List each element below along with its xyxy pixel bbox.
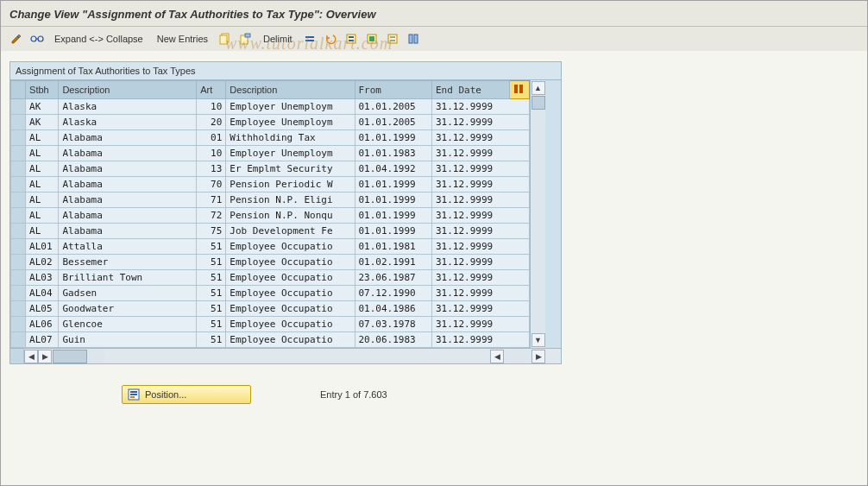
- cell-desc2[interactable]: Employee Unemploym: [226, 115, 355, 130]
- cell-from[interactable]: 07.12.1990: [355, 286, 432, 301]
- cell-from[interactable]: 01.01.1999: [355, 208, 432, 224]
- cell-art[interactable]: 01: [197, 130, 226, 146]
- expand-collapse-link[interactable]: Expand <-> Collapse: [49, 32, 148, 46]
- cell-art[interactable]: 51: [197, 270, 226, 286]
- row-selector[interactable]: [11, 115, 26, 130]
- row-selector[interactable]: [11, 224, 26, 239]
- hscroll-left-2-icon[interactable]: ◀: [490, 350, 504, 363]
- table-row[interactable]: AL04Gadsen51Employee Occupatio07.12.1990…: [11, 286, 530, 301]
- table-row[interactable]: AL03Brilliant Town51Employee Occupatio23…: [11, 270, 530, 286]
- cell-desc2[interactable]: Withholding Tax: [226, 130, 355, 146]
- cell-stbh[interactable]: AL07: [26, 332, 59, 348]
- cell-art[interactable]: 51: [197, 239, 226, 255]
- table-row[interactable]: ALAlabama01Withholding Tax01.01.199931.1…: [11, 130, 530, 146]
- cell-desc2[interactable]: Employee Occupatio: [226, 332, 355, 348]
- cell-end[interactable]: 31.12.9999: [432, 224, 530, 239]
- row-selector[interactable]: [11, 177, 26, 193]
- hscroll-right-1-icon[interactable]: ▶: [38, 350, 52, 363]
- cell-desc2[interactable]: Employer Unemploym: [226, 99, 355, 115]
- cell-from[interactable]: 01.01.1983: [355, 146, 432, 161]
- cell-from[interactable]: 01.02.1991: [355, 255, 432, 270]
- table-config-icon[interactable]: [509, 81, 530, 99]
- col-desc2[interactable]: Description: [226, 81, 355, 99]
- cell-art[interactable]: 75: [197, 224, 226, 239]
- col-stbh[interactable]: Stbh: [26, 81, 59, 99]
- cell-desc2[interactable]: Employee Occupatio: [226, 286, 355, 301]
- cell-desc1[interactable]: Alaska: [59, 99, 197, 115]
- cell-from[interactable]: 01.01.1999: [355, 224, 432, 239]
- cell-desc2[interactable]: Employee Occupatio: [226, 239, 355, 255]
- delimit-link[interactable]: Delimit: [258, 32, 298, 46]
- table-row[interactable]: AL07Guin51Employee Occupatio20.06.198331…: [11, 332, 530, 348]
- cell-stbh[interactable]: AL03: [26, 270, 59, 286]
- table-row[interactable]: AL02Bessemer51Employee Occupatio01.02.19…: [11, 255, 530, 270]
- cell-art[interactable]: 10: [197, 146, 226, 161]
- col-end[interactable]: End Date: [432, 81, 510, 99]
- cell-desc2[interactable]: Er Emplmt Security: [226, 161, 355, 177]
- cell-stbh[interactable]: AL05: [26, 301, 59, 317]
- cell-art[interactable]: 51: [197, 286, 226, 301]
- cell-end[interactable]: 31.12.9999: [432, 255, 530, 270]
- cell-desc1[interactable]: Alabama: [59, 161, 197, 177]
- cell-end[interactable]: 31.12.9999: [432, 99, 530, 115]
- cell-stbh[interactable]: AK: [26, 99, 59, 115]
- cell-from[interactable]: 01.04.1986: [355, 301, 432, 317]
- cell-from[interactable]: 07.03.1978: [355, 317, 432, 332]
- cell-desc1[interactable]: Alabama: [59, 130, 197, 146]
- cell-desc1[interactable]: Alabama: [59, 177, 197, 193]
- cell-from[interactable]: 01.04.1992: [355, 161, 432, 177]
- row-selector[interactable]: [11, 146, 26, 161]
- row-selector[interactable]: [11, 301, 26, 317]
- cell-desc1[interactable]: Glencoe: [59, 317, 197, 332]
- scroll-track[interactable]: [531, 96, 545, 332]
- table-row[interactable]: ALAlabama70Pension Periodic W01.01.19993…: [11, 177, 530, 193]
- scroll-down-icon[interactable]: ▼: [531, 333, 545, 347]
- hscroll-thumb-1[interactable]: [53, 350, 87, 363]
- row-selector[interactable]: [11, 317, 26, 332]
- cell-desc2[interactable]: Pension N.P. Nonqu: [226, 208, 355, 224]
- cell-desc1[interactable]: Attalla: [59, 239, 197, 255]
- cell-stbh[interactable]: AL: [26, 224, 59, 239]
- cell-stbh[interactable]: AL: [26, 161, 59, 177]
- hscroll-right-2-icon[interactable]: ▶: [531, 350, 545, 363]
- row-selector[interactable]: [11, 270, 26, 286]
- cell-end[interactable]: 31.12.9999: [432, 130, 530, 146]
- delete-row-icon[interactable]: [301, 30, 318, 47]
- field-copy-icon[interactable]: [237, 30, 255, 47]
- cell-desc2[interactable]: Employee Occupatio: [226, 255, 355, 270]
- cell-stbh[interactable]: AL04: [26, 286, 59, 301]
- table-row[interactable]: AKAlaska10Employer Unemploym01.01.200531…: [11, 99, 530, 115]
- row-selector[interactable]: [11, 332, 26, 348]
- cell-stbh[interactable]: AL: [26, 130, 59, 146]
- cell-art[interactable]: 10: [197, 99, 226, 115]
- cell-end[interactable]: 31.12.9999: [432, 301, 530, 317]
- cell-art[interactable]: 72: [197, 208, 226, 224]
- cell-desc2[interactable]: Employee Occupatio: [226, 317, 355, 332]
- table-row[interactable]: ALAlabama10Employer Unemploym01.01.19833…: [11, 146, 530, 161]
- cell-end[interactable]: 31.12.9999: [432, 177, 530, 193]
- cell-stbh[interactable]: AL: [26, 208, 59, 224]
- hscroll-left-1-icon[interactable]: ◀: [24, 350, 38, 363]
- cell-from[interactable]: 01.01.1999: [355, 177, 432, 193]
- table-row[interactable]: AL06Glencoe51Employee Occupatio07.03.197…: [11, 317, 530, 332]
- glasses-icon[interactable]: [28, 30, 46, 47]
- cell-desc1[interactable]: Alabama: [59, 208, 197, 224]
- cell-desc2[interactable]: Employee Occupatio: [226, 301, 355, 317]
- table-row[interactable]: ALAlabama75Job Development Fe01.01.19993…: [11, 224, 530, 239]
- col-art[interactable]: Art: [197, 81, 226, 99]
- cell-art[interactable]: 51: [197, 255, 226, 270]
- cell-from[interactable]: 01.01.1981: [355, 239, 432, 255]
- select-block-icon[interactable]: [363, 30, 381, 47]
- cell-desc1[interactable]: Alaska: [59, 115, 197, 130]
- table-row[interactable]: AL05Goodwater51Employee Occupatio01.04.1…: [11, 301, 530, 317]
- cell-art[interactable]: 13: [197, 161, 226, 177]
- cell-stbh[interactable]: AK: [26, 115, 59, 130]
- cell-from[interactable]: 01.01.1999: [355, 130, 432, 146]
- row-selector[interactable]: [11, 255, 26, 270]
- cell-desc2[interactable]: Pension Periodic W: [226, 177, 355, 193]
- table-row[interactable]: AKAlaska20Employee Unemploym01.01.200531…: [11, 115, 530, 130]
- row-selector[interactable]: [11, 99, 26, 115]
- cell-end[interactable]: 31.12.9999: [432, 193, 530, 208]
- cell-end[interactable]: 31.12.9999: [432, 239, 530, 255]
- cell-end[interactable]: 31.12.9999: [432, 332, 530, 348]
